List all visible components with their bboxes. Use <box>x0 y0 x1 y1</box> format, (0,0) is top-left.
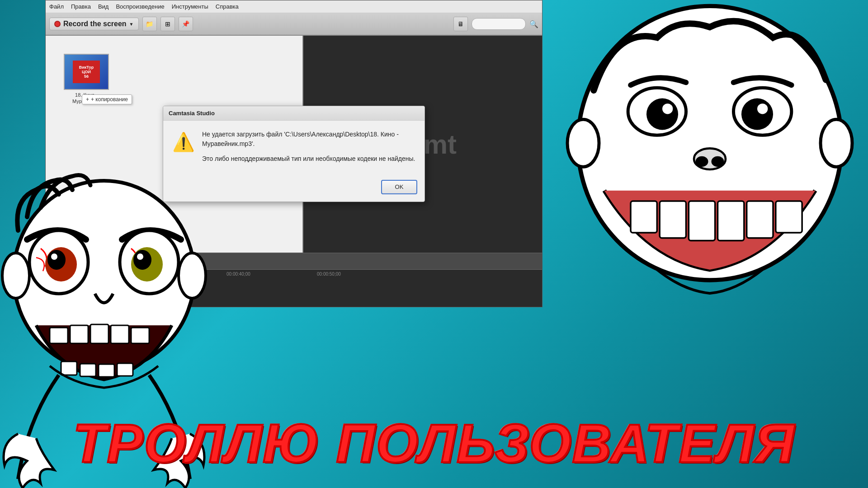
svg-rect-12 <box>689 201 715 241</box>
svg-rect-30 <box>111 325 129 343</box>
svg-rect-14 <box>747 201 773 238</box>
dialog-body: ⚠️ Не удается загрузить файл 'C:\Users\А… <box>163 121 425 176</box>
svg-rect-28 <box>70 325 88 343</box>
svg-rect-15 <box>776 201 802 233</box>
svg-rect-33 <box>80 364 96 376</box>
dialog-text: Не удается загрузить файл 'C:\Users\Алек… <box>202 130 415 169</box>
svg-point-3 <box>646 99 678 130</box>
dialog-message-2: Это либо неподдерживаемый тип или необхо… <box>202 154 415 164</box>
svg-point-4 <box>741 99 773 130</box>
svg-rect-10 <box>631 201 657 233</box>
svg-rect-29 <box>90 324 108 343</box>
camtasia-window: Файл Правка Вид Воспроизведение Инструме… <box>45 0 542 307</box>
svg-rect-31 <box>131 328 149 343</box>
troll-text: ТРОЛЛЮ ПОЛЬЗОВАТЕЛЯ <box>73 413 795 474</box>
dialog-message-1: Не удается загрузить файл 'C:\Users\Алек… <box>202 130 415 149</box>
ok-button-label: OK <box>395 183 404 190</box>
error-dialog: Camtasia Studio ⚠️ Не удается загрузить … <box>163 106 425 202</box>
svg-point-9 <box>712 156 724 167</box>
svg-rect-13 <box>718 201 744 241</box>
dialog-overlay: Camtasia Studio ⚠️ Не удается загрузить … <box>46 0 542 307</box>
svg-rect-11 <box>660 201 686 238</box>
dialog-title-bar: Camtasia Studio <box>163 106 425 121</box>
svg-rect-34 <box>99 364 114 377</box>
svg-rect-32 <box>61 361 77 375</box>
troll-face-svg <box>552 0 868 316</box>
troll-face <box>552 0 868 316</box>
svg-point-17 <box>821 119 852 167</box>
svg-rect-35 <box>117 363 133 376</box>
svg-point-36 <box>2 253 29 298</box>
svg-point-6 <box>757 103 768 114</box>
warning-icon: ⚠️ <box>172 131 195 169</box>
svg-point-8 <box>696 156 708 167</box>
svg-point-16 <box>567 119 599 167</box>
dialog-footer: OK <box>163 176 425 202</box>
svg-point-5 <box>662 103 673 114</box>
dialog-title: Camtasia Studio <box>169 110 215 117</box>
svg-rect-27 <box>50 328 68 343</box>
ok-button[interactable]: OK <box>381 180 417 194</box>
bottom-text-area: ТРОЛЛЮ ПОЛЬЗОВАТЕЛЯ <box>0 412 868 474</box>
